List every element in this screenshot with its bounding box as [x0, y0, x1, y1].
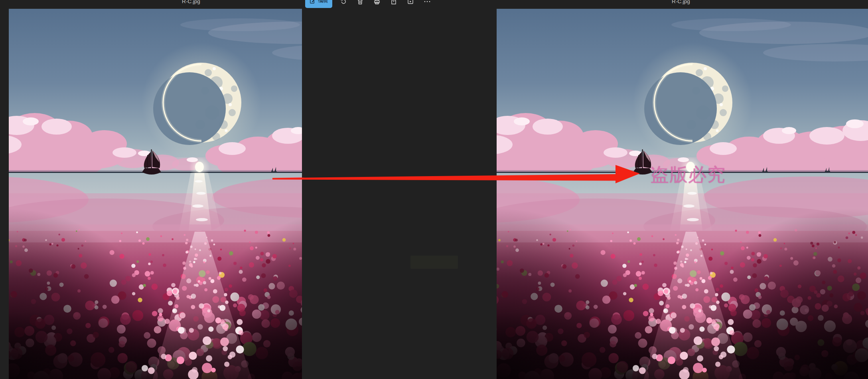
more-options-icon	[423, 0, 431, 5]
photo-viewer-window: 盗版必究 R-C.jpg R-C.jpg 编辑	[0, 0, 868, 379]
right-photo-moon-flower-sea	[497, 9, 868, 379]
print-icon	[373, 0, 381, 5]
edit-button-label: 编辑	[318, 0, 328, 4]
left-image-panel[interactable]	[9, 9, 302, 379]
slideshow-icon	[407, 0, 414, 5]
share-icon	[390, 0, 397, 5]
rotate-button[interactable]	[338, 0, 349, 8]
print-button[interactable]	[371, 0, 383, 8]
left-filename-label: R-C.jpg	[182, 0, 200, 4]
edit-button[interactable]: 编辑	[305, 0, 332, 8]
left-photo-moon-flower-sea	[9, 9, 302, 379]
watermark-text: 盗版必究	[651, 165, 726, 184]
more-options-button[interactable]	[422, 0, 433, 8]
right-filename-label: R-C.jpg	[672, 0, 690, 4]
photo-toolbar: 编辑	[305, 0, 433, 8]
slideshow-button[interactable]	[405, 0, 416, 8]
right-image-panel[interactable]: 盗版必究	[497, 9, 868, 379]
edit-pencil-icon	[310, 0, 316, 4]
share-button[interactable]	[388, 0, 399, 8]
rotate-icon	[340, 0, 347, 5]
faded-tooltip	[410, 256, 458, 269]
delete-button[interactable]	[355, 0, 366, 8]
delete-icon	[357, 0, 364, 5]
